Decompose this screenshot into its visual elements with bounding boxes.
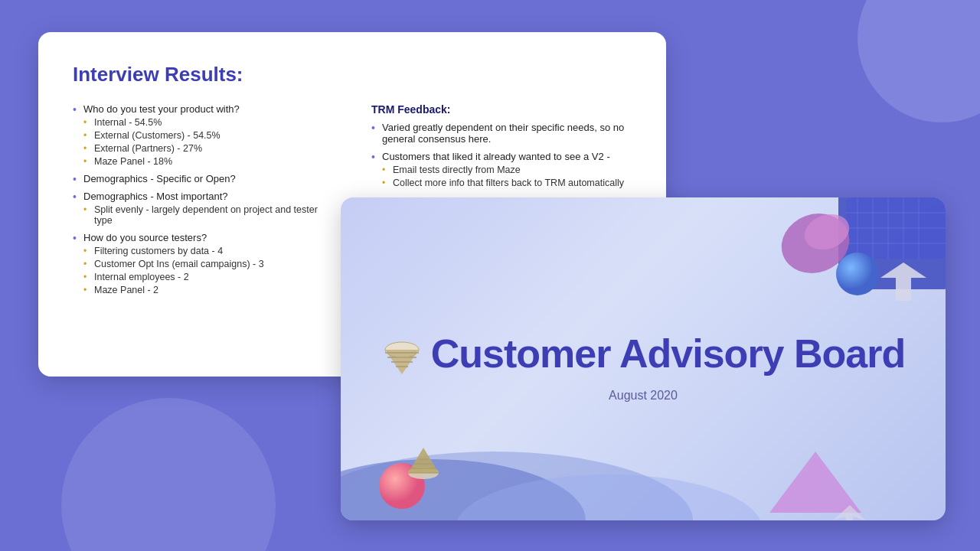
trm-feedback-title: TRM Feedback:	[371, 103, 632, 116]
svg-marker-31	[769, 452, 861, 513]
list-item: Demographics - Most important? Split eve…	[73, 191, 333, 226]
sub-list-item: Customer Opt Ins (email campaigns) - 3	[83, 259, 333, 269]
sub-list-item: Filtering customers by data - 4	[83, 246, 333, 256]
slide-title: Interview Results:	[73, 63, 632, 86]
decorative-shapes-top	[739, 197, 946, 343]
sub-list-item: External (Customers) - 54.5%	[83, 130, 333, 141]
trm-list-item: Varied greatly dependent on their specif…	[371, 122, 632, 145]
sub-list-item: Maze Panel - 2	[83, 285, 333, 295]
customer-advisory-board-slide: Customer Advisory Board August 2020	[341, 197, 946, 520]
sub-list-item: Maze Panel - 18%	[83, 156, 333, 167]
list-item: How do you source testers? Filtering cus…	[73, 232, 333, 295]
cab-title-row: Customer Advisory Board	[381, 331, 905, 383]
cone-icon	[381, 336, 423, 378]
sub-list: Internal - 54.5% External (Customers) - …	[83, 117, 333, 167]
decorative-shapes-bottom	[341, 421, 946, 520]
trm-sub-list: Email tests directly from Maze Collect m…	[382, 165, 632, 188]
list-item: Demographics - Specific or Open?	[73, 173, 333, 184]
main-list: Who do you test your product with? Inter…	[73, 103, 333, 295]
trm-list-item: Customers that liked it already wanted t…	[371, 151, 632, 188]
list-item: Who do you test your product with? Inter…	[73, 103, 333, 167]
bg-circle-top-right	[858, 0, 980, 122]
bg-circle-bottom-left	[61, 398, 276, 551]
trm-item-text: Varied greatly dependent on their specif…	[382, 122, 624, 145]
cab-content: Customer Advisory Board August 2020	[381, 331, 905, 403]
sub-list-item: Internal employees - 2	[83, 272, 333, 282]
list-item-text: Demographics - Specific or Open?	[83, 173, 236, 184]
svg-point-12	[836, 253, 879, 295]
sub-list-item: External (Partners) - 27%	[83, 143, 333, 154]
trm-item-text: Customers that liked it already wanted t…	[382, 151, 610, 162]
sub-list: Filtering customers by data - 4 Customer…	[83, 246, 333, 295]
cab-date: August 2020	[381, 389, 905, 403]
left-column: Who do you test your product with? Inter…	[73, 103, 333, 302]
sub-list-item: Internal - 54.5%	[83, 117, 333, 128]
list-item-text: Who do you test your product with?	[83, 103, 240, 115]
sub-list-item: Split evenly - largely dependent on proj…	[83, 204, 333, 226]
sub-list: Split evenly - largely dependent on proj…	[83, 204, 333, 226]
trm-list: Varied greatly dependent on their specif…	[371, 122, 632, 188]
list-item-text: How do you source testers?	[83, 232, 207, 243]
trm-sub-item: Email tests directly from Maze	[382, 165, 632, 175]
list-item-text: Demographics - Most important?	[83, 191, 228, 202]
trm-sub-item: Collect more info that filters back to T…	[382, 178, 632, 188]
cab-main-title: Customer Advisory Board	[431, 331, 905, 377]
